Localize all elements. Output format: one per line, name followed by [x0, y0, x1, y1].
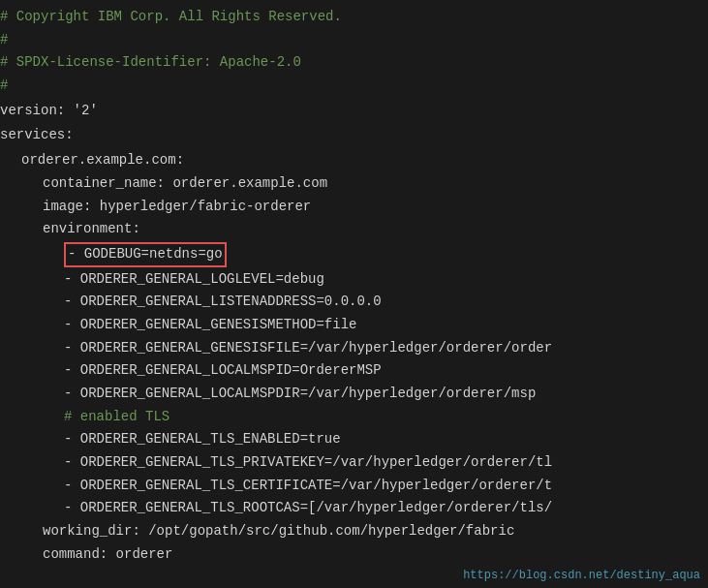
code-line: - ORDERER_GENERAL_LOCALMSPDIR=/var/hyper… [0, 383, 708, 406]
code-line: - ORDERER_GENERAL_TLS_ROOTCAS=[/var/hype… [0, 497, 708, 520]
code-viewer: # Copyright IBM Corp. All Rights Reserve… [0, 0, 708, 588]
code-line: image: hyperledger/fabric-orderer [0, 196, 708, 219]
code-line: # [0, 75, 708, 98]
code-line: # SPDX-License-Identifier: Apache-2.0 [0, 51, 708, 75]
code-line: - ORDERER_GENERAL_LOGLEVEL=debug [0, 268, 708, 292]
code-line: - ORDERER_GENERAL_TLS_CERTIFICATE=/var/h… [0, 475, 708, 498]
code-line: version: '2' [0, 100, 708, 123]
code-line: - ORDERER_GENERAL_TLS_PRIVATEKEY=/var/hy… [0, 451, 708, 475]
code-line: - ORDERER_GENERAL_GENESISFILE=/var/hyper… [0, 337, 708, 360]
watermark: https://blog.csdn.net/destiny_aqua [463, 569, 700, 582]
code-line: - GODEBUG=netdns=go [0, 241, 708, 268]
code-line: # Copyright IBM Corp. All Rights Reserve… [0, 6, 708, 29]
highlighted-text: - GODEBUG=netdns=go [64, 242, 227, 267]
code-line: working_dir: /opt/gopath/src/github.com/… [0, 520, 708, 543]
code-line: # enabled TLS [0, 406, 708, 429]
code-line: - ORDERER_GENERAL_TLS_ENABLED=true [0, 428, 708, 451]
code-line: - ORDERER_GENERAL_LISTENADDRESS=0.0.0.0 [0, 291, 708, 314]
code-line: # [0, 29, 708, 52]
code-line: - ORDERER_GENERAL_LOCALMSPID=OrdererMSP [0, 359, 708, 383]
code-line: command: orderer [0, 543, 708, 567]
code-line: services: [0, 124, 708, 147]
code-line: orderer.example.com: [0, 149, 708, 172]
code-line: - ORDERER_GENERAL_GENESISMETHOD=file [0, 314, 708, 337]
code-line: environment: [0, 218, 708, 241]
code-line: container_name: orderer.example.com [0, 172, 708, 196]
